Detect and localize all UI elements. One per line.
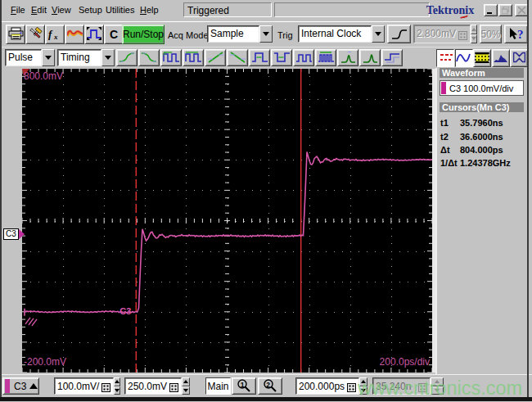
rising-slew-button[interactable]	[205, 49, 226, 66]
spin-down-button[interactable]	[182, 386, 190, 395]
trig-slope-button[interactable]	[387, 25, 411, 43]
formula-button[interactable]: fx	[45, 25, 65, 44]
mask-view-button[interactable]	[473, 49, 491, 67]
readout-row-t2: t236.6000ns	[440, 132, 524, 142]
acquisition-view-button[interactable]	[510, 49, 528, 67]
keypad-icon[interactable]	[456, 28, 469, 43]
window-frame-left	[0, 0, 2, 398]
spin-down-button	[431, 386, 444, 395]
falling-slew-button[interactable]	[227, 49, 248, 66]
vertical-offset-value[interactable]: 250.0mV	[128, 381, 167, 394]
channel-reference-marker[interactable]: C3	[3, 228, 25, 240]
menu-utilities[interactable]: Utilities	[106, 5, 134, 15]
fall-time-button[interactable]	[138, 49, 160, 66]
restore-icon	[502, 7, 509, 14]
negative-overshoot-button[interactable]	[359, 49, 381, 66]
burst-width-button[interactable]	[315, 49, 336, 66]
readout-value: 36.6000ns	[460, 132, 503, 142]
positive-overshoot-button[interactable]	[337, 49, 358, 66]
graticule-ticks	[22, 69, 432, 373]
svg-text:2: 2	[266, 381, 270, 389]
restore-button[interactable]	[498, 4, 512, 16]
spin-down-icon	[435, 389, 440, 392]
spin-up-button[interactable]	[359, 377, 367, 386]
measure-subcategory-dropdown-button[interactable]	[101, 49, 115, 66]
vertical-max-label: 800.0mV	[24, 70, 63, 82]
window-frame-right	[527, 0, 529, 398]
compensate-button[interactable]: C	[104, 25, 124, 44]
readout-row-t1: t135.7960ns	[440, 118, 524, 128]
menu-view[interactable]: View	[52, 5, 71, 15]
waveform-display[interactable]: C3 800.0mV -200.0mV 200.0ps/div	[22, 69, 432, 373]
trig-source-value: Internal Clock	[298, 25, 372, 43]
waveform-header: Waveform	[440, 68, 524, 78]
menu-help[interactable]: Help	[140, 5, 159, 15]
pulse-icon	[87, 27, 101, 42]
mag1-view-button[interactable]: 1	[232, 377, 256, 395]
chevron-down-icon	[375, 32, 381, 36]
chevron-up-icon	[29, 383, 38, 389]
menu-file[interactable]: File	[11, 5, 25, 15]
readout-value: 1.24378GHz	[460, 158, 511, 168]
channel-scale-readout[interactable]: C3 100.0mV/div	[440, 80, 524, 96]
channel-select-button[interactable]: C3	[2, 377, 39, 395]
keypad-icon[interactable]	[167, 381, 180, 394]
histogram-view-button[interactable]	[492, 49, 510, 67]
mag2-view-button[interactable]: 2	[258, 377, 282, 395]
duty-cycle-button[interactable]	[293, 49, 314, 66]
timebase-main-button[interactable]: Main	[205, 377, 231, 395]
trig-source-combo[interactable]: Internal Clock	[298, 25, 385, 43]
cursors-view-button[interactable]	[436, 49, 454, 67]
frequency-button[interactable]	[183, 49, 204, 66]
minimize-icon	[487, 7, 494, 14]
spin-up-icon	[361, 380, 366, 383]
measure-subcategory-combo[interactable]: Timing	[57, 49, 115, 66]
spin-down-button[interactable]	[359, 386, 367, 395]
acq-mode-combo[interactable]: Sample	[207, 25, 273, 43]
run-stop-button[interactable]: Run/Stop	[122, 25, 165, 44]
keypad-icon[interactable]	[345, 381, 358, 394]
waveform-view-button[interactable]	[455, 49, 473, 67]
context-help-button[interactable]: ?	[504, 25, 528, 43]
meas-rise-line-icon	[207, 51, 224, 65]
oscilloscope-app-window: File Edit View Setup Utilities Help Trig…	[0, 0, 532, 402]
readout-row-1t: 1/Δt1.24378GHz	[440, 158, 524, 168]
measure-category-combo[interactable]: Pulse	[5, 49, 55, 66]
close-icon	[518, 7, 525, 14]
spin-up-icon	[435, 380, 440, 383]
spin-up-button[interactable]	[471, 25, 477, 34]
svg-text:f: f	[48, 28, 53, 40]
measure-category-dropdown-button[interactable]	[42, 49, 55, 66]
horizontal-position-value: 35.240n	[376, 381, 416, 394]
keypad-icon[interactable]	[99, 381, 112, 394]
menu-setup[interactable]: Setup	[79, 5, 102, 15]
rise-time-button[interactable]	[116, 49, 138, 66]
vertical-scale-value[interactable]: 100.0mV/	[57, 381, 99, 394]
meas-burst-icon	[318, 51, 335, 65]
spin-up-button[interactable]	[182, 377, 190, 386]
waveform-plot-svg: C3	[22, 69, 432, 373]
pulse-setup-button[interactable]	[84, 25, 104, 44]
period-button[interactable]: P	[160, 49, 182, 66]
svg-text:x: x	[53, 33, 58, 40]
print-button[interactable]	[6, 25, 25, 44]
tools-button[interactable]	[25, 25, 45, 44]
window-frame-bottom	[0, 397, 532, 401]
minimize-button[interactable]	[484, 4, 498, 16]
positive-width-button[interactable]	[249, 49, 270, 66]
spin-up-button	[431, 377, 444, 386]
set-trig-50-button[interactable]: 50%	[480, 25, 502, 43]
tektronix-logo: Tektronix	[417, 4, 483, 17]
spin-down-button[interactable]	[114, 386, 120, 395]
acq-mode-dropdown-button[interactable]	[259, 25, 273, 43]
spin-up-button[interactable]	[114, 377, 120, 386]
horizontal-scale-value[interactable]: 200.000ps	[299, 381, 345, 394]
trig-source-dropdown-button[interactable]	[372, 25, 385, 43]
waveform-db-button[interactable]	[65, 25, 84, 44]
negative-width-button[interactable]	[271, 49, 292, 66]
delay-button[interactable]	[381, 49, 403, 66]
measure-subcategory-value: Timing	[57, 49, 101, 66]
menu-edit[interactable]: Edit	[31, 5, 47, 15]
spin-up-icon	[471, 28, 476, 31]
spin-down-button[interactable]	[471, 34, 477, 44]
